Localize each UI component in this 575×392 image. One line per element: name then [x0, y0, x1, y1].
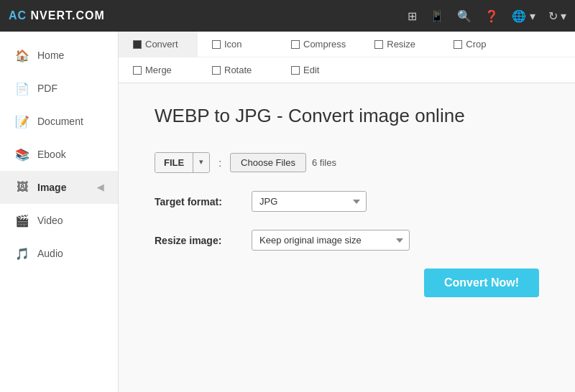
file-row: FILE ▾ : Choose Files 6 files [155, 152, 539, 173]
logo-nvert: NVERT.COM [27, 9, 105, 22]
audio-icon: 🎵 [14, 246, 30, 261]
page-content: WEBP to JPG - Convert image online FILE … [119, 83, 575, 392]
home-icon: 🏠 [14, 47, 30, 63]
logo-ac: AC [9, 9, 27, 22]
target-format-select[interactable]: JPG PNG WEBP BMP GIF TIFF SVG [252, 191, 367, 212]
resize-label: Resize image: [155, 235, 241, 246]
tab-convert-label: Convert [145, 39, 178, 50]
tab-icon-checkbox [212, 40, 221, 49]
pdf-icon: 📄 [14, 80, 30, 96]
tab-merge-checkbox [133, 66, 142, 75]
main-layout: 🏠 Home 📄 PDF 📝 Document 📚 Ebook 🖼 Image … [0, 32, 575, 392]
convert-now-button[interactable]: Convert Now! [424, 269, 539, 297]
sidebar-item-home[interactable]: 🏠 Home [0, 39, 118, 72]
tab-convert[interactable]: Convert [119, 32, 198, 57]
tab-crop[interactable]: Crop [439, 32, 518, 57]
video-icon: 🎬 [14, 213, 30, 228]
file-count: 6 files [312, 157, 336, 168]
sidebar-label-video: Video [37, 215, 63, 226]
mobile-icon[interactable]: 📱 [430, 9, 444, 23]
tab-icon[interactable]: Icon [198, 32, 277, 57]
tab-convert-checkbox [133, 40, 142, 49]
tab-resize[interactable]: Resize [360, 32, 439, 57]
target-format-label: Target format: [155, 196, 241, 207]
tab-compress-label: Compress [303, 39, 346, 50]
sidebar-label-pdf: PDF [37, 83, 58, 94]
image-icon: 🖼 [14, 179, 30, 195]
top-nav: AC NVERT.COM ⊞ 📱 🔍 ❓ 🌐 ▾ ↻ ▾ [0, 0, 575, 32]
tab-merge[interactable]: Merge [119, 57, 198, 83]
sidebar-item-pdf[interactable]: 📄 PDF [0, 72, 118, 105]
file-type-label: FILE [155, 153, 193, 172]
sidebar-item-ebook[interactable]: 📚 Ebook [0, 138, 118, 171]
sidebar-label-ebook: Ebook [37, 149, 66, 160]
resize-row: Resize image: Keep original image size C… [155, 230, 539, 251]
tab-rotate[interactable]: Rotate [198, 57, 277, 83]
tab-merge-label: Merge [145, 65, 172, 75]
tab-rotate-checkbox [212, 66, 221, 75]
sidebar-item-video[interactable]: 🎬 Video [0, 204, 118, 237]
language-icon[interactable]: 🌐 ▾ [512, 9, 535, 23]
tab-crop-checkbox [454, 40, 462, 49]
tab-resize-checkbox [374, 40, 383, 49]
tab-resize-label: Resize [387, 39, 415, 50]
sidebar-label-document: Document [37, 116, 83, 127]
search-icon[interactable]: 🔍 [457, 9, 472, 23]
tab-compress-checkbox [291, 40, 300, 49]
file-group: FILE ▾ : Choose Files 6 files [155, 152, 336, 173]
tab-icon-label: Icon [224, 39, 242, 50]
page-title: WEBP to JPG - Convert image online [155, 105, 539, 127]
tab-rotate-label: Rotate [224, 65, 252, 75]
sidebar-label-home: Home [37, 50, 64, 61]
document-icon: 📝 [14, 113, 30, 129]
sidebar-item-audio[interactable]: 🎵 Audio [0, 237, 118, 270]
tab-row-1: Convert Icon Compress Resize Crop [119, 32, 575, 57]
help-icon[interactable]: ❓ [484, 9, 499, 23]
file-btn-group: FILE ▾ [155, 152, 210, 173]
sidebar-arrow-image: ◀ [97, 182, 104, 192]
resize-select[interactable]: Keep original image size Custom size 192… [252, 230, 410, 251]
tab-edit-label: Edit [303, 65, 319, 75]
file-colon: : [216, 153, 224, 173]
tab-edit[interactable]: Edit [277, 57, 356, 83]
sidebar-item-image[interactable]: 🖼 Image ◀ [0, 171, 118, 204]
logo: AC NVERT.COM [9, 9, 105, 22]
tab-compress[interactable]: Compress [277, 32, 360, 57]
tab-bar: Convert Icon Compress Resize Crop [119, 32, 575, 83]
target-format-row: Target format: JPG PNG WEBP BMP GIF TIFF… [155, 191, 539, 212]
tab-crop-label: Crop [466, 39, 486, 50]
sidebar-item-document[interactable]: 📝 Document [0, 105, 118, 138]
file-dropdown-arrow[interactable]: ▾ [193, 153, 209, 172]
refresh-icon[interactable]: ↻ ▾ [548, 9, 566, 23]
sidebar-label-audio: Audio [37, 248, 63, 259]
grid-icon[interactable]: ⊞ [408, 9, 417, 23]
tab-row-2: Merge Rotate Edit [119, 57, 575, 83]
content-area: Convert Icon Compress Resize Crop [119, 32, 575, 392]
choose-files-button[interactable]: Choose Files [230, 153, 306, 172]
convert-btn-row: Convert Now! [155, 269, 539, 297]
sidebar-label-image: Image [37, 182, 66, 193]
tab-edit-checkbox [291, 66, 300, 75]
ebook-icon: 📚 [14, 146, 30, 162]
nav-icons: ⊞ 📱 🔍 ❓ 🌐 ▾ ↻ ▾ [408, 9, 566, 23]
sidebar: 🏠 Home 📄 PDF 📝 Document 📚 Ebook 🖼 Image … [0, 32, 119, 392]
